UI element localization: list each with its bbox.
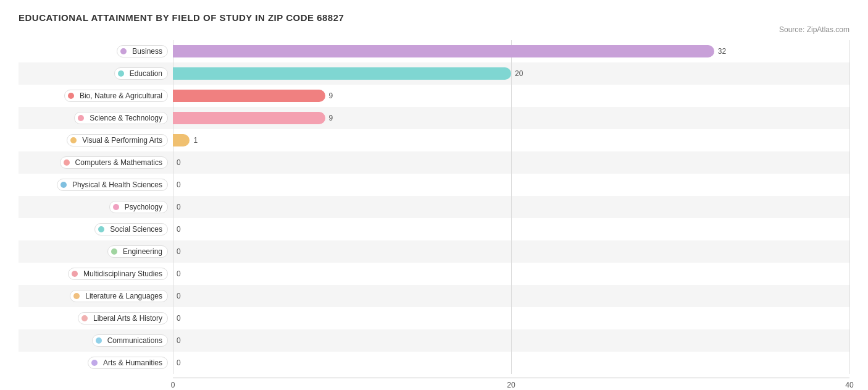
x-axis-spacer: [19, 378, 173, 381]
bar-area: 0: [173, 240, 849, 263]
grid-line: [849, 174, 850, 196]
source-line: Source: ZipAtlas.com: [19, 25, 849, 34]
bar-label-text: Arts & Humanities: [103, 358, 162, 367]
label-pill: Bio, Nature & Agricultural: [64, 90, 168, 102]
bar-label-text: Visual & Performing Arts: [82, 136, 162, 145]
grid-line: [849, 129, 850, 151]
bar-dot: [61, 182, 67, 188]
label-pill: Business: [117, 45, 168, 57]
grid-line: [849, 196, 850, 218]
grid-line: [173, 174, 173, 196]
grid-line: [173, 151, 173, 174]
bar-dot: [111, 248, 117, 255]
horizontal-bar: [173, 90, 325, 102]
bar-value-label: 20: [515, 69, 523, 78]
label-pill: Education: [114, 67, 168, 80]
label-area: Visual & Performing Arts: [19, 134, 173, 146]
grid-line: [511, 329, 512, 352]
bar-label-text: Physical & Health Sciences: [72, 180, 162, 189]
bar-dot: [96, 337, 102, 344]
horizontal-bar: [173, 134, 190, 146]
bar-row: Education20: [19, 62, 849, 85]
grid-line: [849, 218, 850, 240]
bar-value-label: 0: [177, 358, 181, 367]
bar-dot: [68, 93, 74, 99]
horizontal-bar: [173, 67, 511, 80]
bar-label-text: Education: [130, 69, 162, 78]
bar-row: Psychology0: [19, 196, 849, 218]
grid-line: [511, 240, 512, 263]
grid-line: [173, 196, 173, 218]
bar-area: 0: [173, 329, 849, 352]
label-area: Psychology: [19, 201, 173, 213]
bar-row: Communications0: [19, 329, 849, 352]
label-pill: Visual & Performing Arts: [67, 134, 168, 146]
bar-area: 9: [173, 85, 849, 107]
bar-label-text: Social Sciences: [110, 225, 162, 234]
grid-line: [173, 329, 173, 352]
grid-line: [511, 196, 512, 218]
grid-line: [849, 240, 850, 263]
bar-row: Multidisciplinary Studies0: [19, 263, 849, 285]
label-area: Literature & Languages: [19, 290, 173, 302]
bar-area: 0: [173, 218, 849, 240]
bar-dot: [73, 293, 80, 299]
x-axis-tick: 20: [507, 381, 515, 389]
bar-area: 0: [173, 352, 849, 374]
bar-value-label: 0: [177, 158, 181, 167]
grid-line: [173, 352, 173, 374]
grid-line: [511, 218, 512, 240]
grid-line: [849, 329, 850, 352]
chart-container: EDUCATIONAL ATTAINMENT BY FIELD OF STUDY…: [19, 12, 849, 381]
bar-value-label: 0: [177, 225, 181, 234]
grid-line: [511, 62, 512, 85]
bar-label-text: Engineering: [123, 247, 162, 256]
grid-line: [511, 151, 512, 174]
label-pill: Computers & Mathematics: [60, 156, 168, 169]
bar-area: 20: [173, 62, 849, 85]
bar-value-label: 9: [329, 114, 333, 122]
label-pill: Science & Technology: [74, 112, 168, 124]
grid-line: [849, 62, 850, 85]
bar-dot: [98, 226, 104, 232]
grid-line: [511, 263, 512, 285]
grid-line: [849, 352, 850, 374]
bar-value-label: 0: [177, 180, 181, 189]
label-area: Liberal Arts & History: [19, 312, 173, 324]
grid-line: [511, 285, 512, 307]
label-pill: Multidisciplinary Studies: [68, 268, 168, 280]
bar-label-text: Communications: [107, 336, 162, 345]
bar-label-text: Liberal Arts & History: [93, 314, 162, 323]
bar-row: Social Sciences0: [19, 218, 849, 240]
label-area: Computers & Mathematics: [19, 156, 173, 169]
bar-label-text: Psychology: [125, 203, 162, 211]
bar-dot: [113, 204, 119, 210]
bar-row: Liberal Arts & History0: [19, 307, 849, 329]
bar-dot: [72, 271, 78, 277]
label-area: Engineering: [19, 245, 173, 258]
grid-line: [173, 218, 173, 240]
x-axis-row: 02040: [19, 378, 849, 381]
bar-row: Computers & Mathematics0: [19, 151, 849, 174]
bar-dot: [120, 48, 127, 54]
bar-row: Engineering0: [19, 240, 849, 263]
label-pill: Social Sciences: [94, 223, 168, 235]
bar-value-label: 0: [177, 336, 181, 345]
grid-line: [849, 263, 850, 285]
chart-wrapper: Business32Education20Bio, Nature & Agric…: [19, 40, 849, 381]
label-pill: Psychology: [109, 201, 168, 213]
label-pill: Arts & Humanities: [88, 357, 168, 369]
bar-area: 0: [173, 307, 849, 329]
bar-value-label: 1: [193, 136, 198, 145]
label-area: Education: [19, 67, 173, 80]
grid-line: [511, 352, 512, 374]
bar-label-text: Multidisciplinary Studies: [83, 269, 162, 278]
rows-and-grid: Business32Education20Bio, Nature & Agric…: [19, 40, 849, 374]
label-pill: Literature & Languages: [70, 290, 168, 302]
bar-row: Literature & Languages0: [19, 285, 849, 307]
bar-area: 0: [173, 151, 849, 174]
label-pill: Communications: [92, 334, 168, 347]
grid-line: [173, 263, 173, 285]
bar-area: 9: [173, 107, 849, 129]
grid-line: [511, 85, 512, 107]
